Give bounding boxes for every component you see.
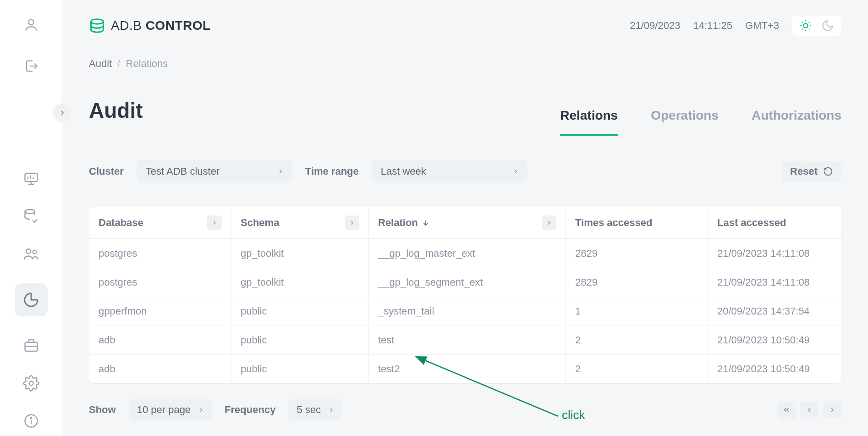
freq-value: 5 sec bbox=[297, 404, 321, 416]
logo-text: AD.B CONTROL bbox=[111, 18, 211, 33]
chevron-right-icon bbox=[198, 407, 204, 413]
cell-last: 21/09/2023 14:11:08 bbox=[708, 268, 841, 297]
info-icon[interactable] bbox=[23, 413, 39, 429]
relations-table: Database Schema Relation bbox=[89, 207, 841, 384]
table-row[interactable]: adbpublictest2221/09/2023 10:50:49 bbox=[89, 354, 841, 383]
show-value: 10 per page bbox=[137, 404, 191, 416]
chevron-right-icon bbox=[512, 168, 519, 175]
th-schema-expand[interactable] bbox=[345, 215, 359, 230]
cell-last: 21/09/2023 10:50:49 bbox=[708, 354, 841, 383]
tabs: Relations Operations Authorizations bbox=[560, 108, 841, 136]
titlebar: Audit Relations Operations Authorization… bbox=[89, 98, 841, 136]
table-footer: Show 10 per page Frequency 5 sec bbox=[89, 399, 841, 420]
tab-authorizations[interactable]: Authorizations bbox=[752, 108, 841, 136]
header-time: 14:11:25 bbox=[693, 20, 732, 32]
sun-icon bbox=[799, 19, 812, 32]
theme-toggle[interactable] bbox=[792, 16, 841, 36]
cell-database: adb bbox=[89, 354, 231, 383]
pie-chart-icon[interactable] bbox=[15, 283, 48, 316]
page-title: Audit bbox=[89, 98, 143, 136]
cell-database: postgres bbox=[89, 268, 231, 297]
th-relation-expand[interactable] bbox=[542, 215, 556, 230]
main-content: AD.B CONTROL 21/09/2023 14:11:25 GMT+3 A… bbox=[62, 0, 868, 436]
chevron-right-icon bbox=[328, 407, 335, 413]
cell-relation: __gp_log_segment_ext bbox=[369, 268, 566, 297]
cell-last: 21/09/2023 14:11:08 bbox=[708, 239, 841, 268]
th-last[interactable]: Last accessed bbox=[708, 207, 841, 239]
topbar: AD.B CONTROL 21/09/2023 14:11:25 GMT+3 bbox=[89, 13, 841, 39]
table-row[interactable]: postgresgp_toolkit__gp_log_master_ext282… bbox=[89, 239, 841, 268]
svg-point-0 bbox=[28, 20, 33, 25]
sidebar bbox=[0, 0, 62, 436]
show-label: Show bbox=[89, 404, 116, 416]
th-relation[interactable]: Relation bbox=[369, 207, 566, 239]
table-body: postgresgp_toolkit__gp_log_master_ext282… bbox=[89, 239, 841, 383]
pager-next[interactable] bbox=[823, 401, 841, 419]
breadcrumb-root[interactable]: Audit bbox=[89, 58, 112, 69]
svg-point-9 bbox=[91, 19, 104, 24]
time-select[interactable]: Last week bbox=[372, 160, 527, 183]
cell-relation: test2 bbox=[369, 354, 566, 383]
tab-operations[interactable]: Operations bbox=[651, 108, 719, 136]
svg-point-3 bbox=[26, 249, 31, 254]
reset-button[interactable]: Reset bbox=[782, 161, 841, 182]
users-icon[interactable] bbox=[23, 246, 39, 262]
th-database-expand[interactable] bbox=[207, 215, 222, 230]
breadcrumb-current: Relations bbox=[126, 58, 168, 69]
svg-point-2 bbox=[25, 210, 35, 214]
cell-database: gpperfmon bbox=[89, 297, 231, 326]
cluster-value: Test ADB cluster bbox=[146, 166, 220, 177]
table-row[interactable]: adbpublictest221/09/2023 10:50:49 bbox=[89, 326, 841, 354]
database-check-icon[interactable] bbox=[23, 208, 39, 225]
table-header: Database Schema Relation bbox=[89, 207, 841, 239]
breadcrumb-sep: / bbox=[117, 58, 120, 69]
svg-rect-1 bbox=[25, 173, 38, 182]
moon-icon bbox=[821, 19, 834, 32]
tab-relations[interactable]: Relations bbox=[560, 108, 618, 136]
cell-schema: public bbox=[231, 297, 369, 326]
cell-times: 2 bbox=[566, 326, 708, 354]
th-last-label: Last accessed bbox=[717, 217, 786, 229]
cell-schema: public bbox=[231, 354, 369, 383]
monitor-icon[interactable] bbox=[23, 171, 39, 187]
th-schema-label: Schema bbox=[241, 217, 279, 229]
cell-schema: public bbox=[231, 326, 369, 354]
svg-point-4 bbox=[33, 250, 37, 254]
pager bbox=[777, 401, 841, 419]
cell-database: adb bbox=[89, 326, 231, 354]
th-database[interactable]: Database bbox=[89, 207, 231, 239]
gear-icon[interactable] bbox=[23, 375, 39, 392]
cell-database: postgres bbox=[89, 239, 231, 268]
pager-first[interactable] bbox=[777, 401, 796, 419]
svg-point-6 bbox=[29, 381, 33, 386]
cell-last: 20/09/2023 14:37:54 bbox=[708, 297, 841, 326]
chevron-right-icon bbox=[277, 168, 284, 175]
header-date: 21/09/2023 bbox=[630, 20, 680, 32]
cluster-label: Cluster bbox=[89, 166, 124, 177]
reset-label: Reset bbox=[790, 166, 818, 177]
pager-prev[interactable] bbox=[800, 401, 819, 419]
th-times-label: Times accessed bbox=[575, 217, 652, 229]
th-times[interactable]: Times accessed bbox=[566, 207, 708, 239]
logo-icon bbox=[89, 17, 105, 34]
logout-icon[interactable] bbox=[23, 58, 39, 74]
th-schema[interactable]: Schema bbox=[231, 207, 369, 239]
show-select[interactable]: 10 per page bbox=[129, 399, 212, 420]
cluster-select[interactable]: Test ADB cluster bbox=[137, 160, 292, 183]
logo: AD.B CONTROL bbox=[89, 17, 211, 34]
briefcase-icon[interactable] bbox=[23, 337, 39, 354]
sort-down-icon bbox=[422, 219, 430, 227]
filters: Cluster Test ADB cluster Time range Last… bbox=[89, 160, 841, 183]
svg-point-8 bbox=[31, 418, 32, 419]
table-row[interactable]: gpperfmonpublic_system_tail120/09/2023 1… bbox=[89, 297, 841, 326]
table-row[interactable]: postgresgp_toolkit__gp_log_segment_ext28… bbox=[89, 268, 841, 297]
user-icon[interactable] bbox=[23, 17, 39, 33]
time-label: Time range bbox=[305, 166, 359, 177]
cell-times: 2 bbox=[566, 354, 708, 383]
freq-label: Frequency bbox=[225, 404, 275, 416]
cell-times: 2829 bbox=[566, 268, 708, 297]
freq-select[interactable]: 5 sec bbox=[288, 399, 342, 420]
th-relation-label: Relation bbox=[378, 217, 418, 229]
cell-relation: _system_tail bbox=[369, 297, 566, 326]
refresh-icon bbox=[823, 166, 833, 177]
